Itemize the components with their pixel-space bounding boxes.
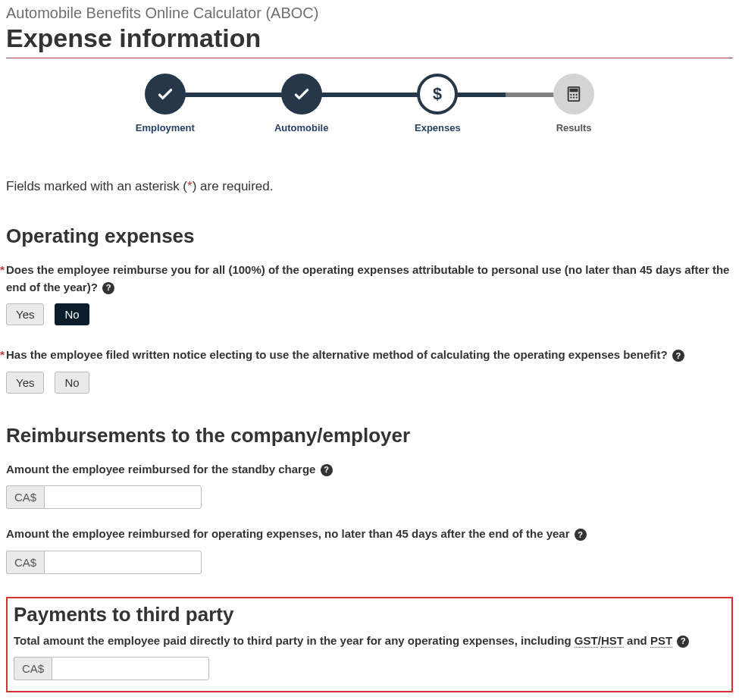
step-label: Automobile: [274, 122, 329, 133]
opex-amount-input[interactable]: [44, 551, 202, 574]
step-automobile[interactable]: Automobile: [233, 74, 370, 133]
third-party-input-group: CA$: [14, 657, 193, 680]
header: Automobile Benefits Online Calculator (A…: [6, 5, 733, 58]
opex-input-group: CA$: [6, 551, 185, 574]
svg-point-5: [576, 94, 578, 96]
text: and: [624, 634, 650, 647]
step-label: Employment: [136, 122, 195, 133]
third-party-amount-input[interactable]: [52, 657, 209, 680]
q2-label: Has the employee filed written notice el…: [6, 347, 733, 364]
svg-point-4: [573, 94, 575, 96]
help-icon[interactable]: ?: [672, 350, 684, 362]
svg-rect-2: [570, 89, 578, 93]
text: Does the employee reimburse you for all …: [6, 263, 729, 293]
opex-label: Amount the employee reimbursed for opera…: [6, 526, 733, 543]
q2-toggle-group: Yes No: [6, 372, 733, 394]
step-results: Results: [506, 74, 642, 133]
text: Amount the employee reimbursed for opera…: [6, 527, 570, 540]
q1-toggle-group: Yes No: [6, 303, 733, 325]
text: ) are required.: [193, 179, 274, 193]
svg-point-7: [573, 96, 575, 98]
help-icon[interactable]: ?: [677, 636, 689, 648]
standby-input-group: CA$: [6, 485, 185, 509]
app-title: Automobile Benefits Online Calculator (A…: [6, 5, 733, 22]
text: Amount the employee reimbursed for the s…: [6, 463, 315, 476]
dollar-icon: $: [417, 74, 458, 115]
q2-yes-button[interactable]: Yes: [6, 372, 44, 394]
step-label: Results: [556, 122, 592, 133]
svg-text:$: $: [433, 84, 442, 103]
text: Has the employee filed written notice el…: [6, 348, 668, 361]
q1-no-button[interactable]: No: [55, 303, 89, 325]
text: Total amount the employee paid directly …: [14, 634, 575, 647]
third-party-highlight: Payments to third party Total amount the…: [6, 597, 733, 693]
svg-point-6: [570, 96, 571, 98]
standby-amount-input[interactable]: [44, 485, 202, 509]
operating-expenses-heading: Operating expenses: [6, 224, 733, 248]
step-expenses[interactable]: $ Expenses: [370, 74, 506, 133]
abbr-pst: PST: [650, 634, 672, 648]
standby-label: Amount the employee reimbursed for the s…: [6, 461, 733, 479]
svg-point-8: [576, 96, 578, 98]
q1-label: Does the employee reimburse you for all …: [6, 262, 733, 296]
svg-point-3: [570, 94, 571, 96]
third-party-label: Total amount the employee paid directly …: [14, 633, 725, 650]
step-label: Expenses: [415, 122, 461, 133]
currency-prefix: CA$: [6, 551, 44, 574]
help-icon[interactable]: ?: [321, 464, 333, 476]
third-party-heading: Payments to third party: [14, 603, 725, 626]
calculator-icon: [553, 74, 594, 115]
page-title: Expense information: [6, 24, 733, 53]
asterisk-icon: *: [187, 179, 193, 193]
q1-yes-button[interactable]: Yes: [6, 303, 44, 325]
check-icon: [145, 74, 186, 115]
abbr-gst: GST: [575, 634, 598, 648]
currency-prefix: CA$: [14, 657, 52, 680]
help-icon[interactable]: ?: [575, 529, 587, 541]
currency-prefix: CA$: [6, 485, 44, 509]
step-employment[interactable]: Employment: [97, 74, 233, 133]
reimbursements-heading: Reimbursements to the company/employer: [6, 424, 733, 447]
help-icon[interactable]: ?: [102, 282, 114, 294]
abbr-hst: HST: [601, 634, 624, 648]
title-rule: [6, 58, 733, 58]
q2-no-button[interactable]: No: [55, 372, 89, 394]
required-fields-note: Fields marked with an asterisk (*) are r…: [6, 179, 733, 194]
check-icon: [281, 74, 322, 115]
text: Fields marked with an asterisk (: [6, 179, 187, 193]
progress-stepper: Employment Automobile $ Expenses Results: [6, 74, 733, 133]
